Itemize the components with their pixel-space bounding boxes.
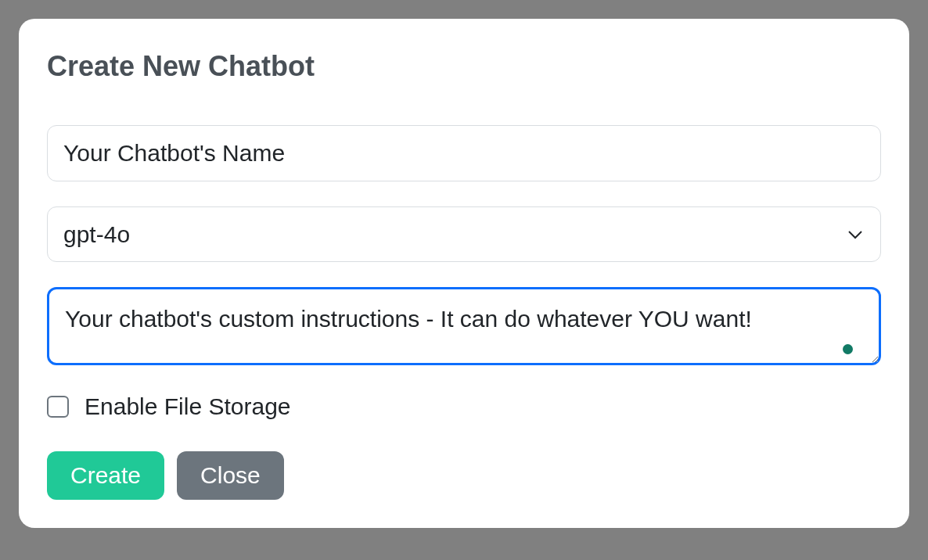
model-field-group: gpt-4o [47,206,881,262]
instructions-field-group [47,287,881,368]
model-select-wrap: gpt-4o [47,206,881,262]
file-storage-label[interactable]: Enable File Storage [85,393,291,420]
name-field-group [47,125,881,181]
create-button[interactable]: Create [47,451,164,500]
chatbot-name-input[interactable] [47,125,881,181]
close-button[interactable]: Close [177,451,284,500]
instructions-wrap [47,287,881,368]
instructions-textarea[interactable] [47,287,881,365]
modal-title: Create New Chatbot [47,50,881,83]
status-dot-icon [843,344,853,354]
model-select[interactable]: gpt-4o [47,206,881,262]
file-storage-checkbox[interactable] [47,396,69,418]
create-chatbot-modal: Create New Chatbot gpt-4o Enable File St… [19,19,909,528]
file-storage-row: Enable File Storage [47,393,881,420]
button-row: Create Close [47,451,881,500]
